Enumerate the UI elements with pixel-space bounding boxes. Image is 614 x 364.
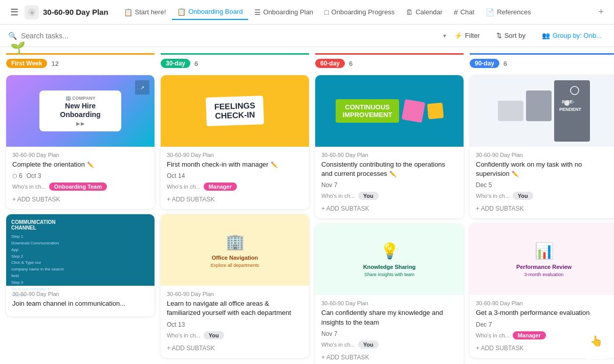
app-logo: ⚙ — [25, 5, 39, 19]
card-body: 30-60-90 Day Plan Learn to navigate all … — [161, 286, 309, 357]
card-image-learn: 🏢 Office Navigation Explore all departme… — [161, 214, 309, 286]
card-body: 30-60-90 Day Plan Consistently contribut… — [315, 147, 464, 218]
add-subtask-button[interactable]: + ADD SUBTASK — [167, 195, 303, 204]
card-body: 30-60-90 Day Plan Can confidently share … — [315, 295, 464, 364]
card-project: 30-60-90 Day Plan — [12, 152, 148, 158]
task-card-card-2[interactable]: COMMUNICATIONCHANNEL Step 1Download Comm… — [6, 214, 155, 316]
svg-text:⚙: ⚙ — [30, 11, 34, 15]
column-90-day: 90-day 6 INDE- PENDENT 30-60-90 Day Plan… — [470, 53, 614, 364]
tab-icon-calendar: 🗓 — [406, 8, 413, 16]
edit-icon[interactable]: ✏️ — [87, 162, 94, 168]
nav-tab-progress[interactable]: □Onboarding Progress — [319, 5, 400, 19]
nav-tab-calendar[interactable]: 🗓Calendar — [401, 5, 448, 19]
add-subtask-button[interactable]: + ADD SUBTASK — [321, 204, 457, 213]
add-subtask-button[interactable]: + ADD SUBTASK — [12, 195, 148, 204]
col-badge-30-day: 30-day — [161, 59, 190, 68]
assignee-badge: Manager — [204, 183, 237, 191]
nav-tab-references[interactable]: 📄References — [480, 5, 536, 19]
nav-tab-start[interactable]: 📋Start here! — [119, 5, 171, 19]
card-assignees: Who's in ch... You — [321, 340, 457, 349]
col-header-30-day: 30-day 6 — [161, 53, 309, 70]
assignees-label: Who's in ch... — [321, 193, 355, 199]
task-card-card-6[interactable]: 💡 Knowledge Sharing Share insights with … — [315, 223, 464, 364]
card-project: 30-60-90 Day Plan — [321, 300, 457, 306]
card-title: Consistently contributing to the operati… — [321, 160, 457, 178]
search-bar: 🔍 ▾ ⚡ Filter ⇅ Sort by 👥 Group by: Onb..… — [0, 25, 614, 47]
subtask-icon: ⬡ — [12, 173, 17, 179]
card-title: Join team channel in communication... — [12, 299, 148, 308]
subtask-count: ⬡ 6 — [12, 172, 23, 179]
card-title: Complete the orientation✏️ — [12, 160, 148, 169]
tab-label-calendar: Calendar — [415, 8, 443, 16]
assignees-label: Who's in ch... — [476, 193, 510, 199]
card-project: 30-60-90 Day Plan — [12, 291, 148, 297]
card-title: Learn to navigate all office areas & fam… — [167, 299, 303, 317]
search-icon: 🔍 — [8, 32, 17, 40]
nav-tab-chat[interactable]: #Chat — [449, 5, 479, 19]
col-badge-60-day: 60-day — [315, 59, 345, 68]
tab-icon-plan: ☰ — [254, 8, 261, 16]
card-image-continuous: CONTINUOUSIMPROVEMENT — [315, 75, 464, 147]
sort-button[interactable]: ⇅ Sort by — [492, 30, 530, 41]
card-date: Dec 7 — [476, 321, 492, 328]
search-chevron-icon[interactable]: ▾ — [443, 32, 446, 39]
col-header-60-day: 60-day 6 — [315, 53, 464, 70]
assignees-label: Who's in ch... — [476, 332, 510, 338]
edit-icon[interactable]: ✏️ — [512, 171, 519, 177]
card-meta: Nov 7 — [321, 181, 457, 189]
task-card-card-1[interactable]: 🏢 COMPANY New HireOnboarding ▶ ▶ ↗ 30-60… — [6, 75, 155, 209]
tab-label-chat: Chat — [461, 8, 474, 16]
add-tab-button[interactable]: + — [594, 5, 608, 19]
card-image-feelings: FEELINGSCHECK-IN 🌱 — [161, 75, 309, 147]
tab-label-start: Start here! — [135, 8, 166, 16]
top-nav: ☰ ⚙ 30-60-90 Day Plan 📋Start here!📋Onboa… — [0, 0, 614, 25]
card-title: Confidently work on my task with no supe… — [476, 160, 612, 178]
filter-icon: ⚡ — [454, 32, 463, 39]
card-project: 30-60-90 Day Plan — [476, 300, 612, 306]
card-date: Oct 13 — [167, 321, 185, 328]
card-assignees: Who's in ch... Manager — [167, 183, 303, 191]
assignee-badge: Onboarding Team — [49, 183, 107, 191]
assignees-label: Who's in ch... — [167, 184, 201, 190]
add-subtask-button[interactable]: + ADD SUBTASK — [476, 204, 612, 213]
card-meta: ⬡ 6 Oct 3 — [12, 172, 148, 179]
svg-point-8 — [564, 101, 569, 106]
card-date: Nov 7 — [321, 330, 337, 337]
subtask-num: 6 — [19, 172, 23, 179]
edit-icon[interactable]: ✏️ — [271, 162, 278, 168]
svg-rect-2 — [498, 101, 523, 121]
card-date: Nov 7 — [321, 181, 337, 189]
group-button[interactable]: 👥 Group by: Onb... — [538, 30, 606, 41]
tab-icon-board: 📋 — [177, 8, 186, 16]
tab-icon-references: 📄 — [486, 8, 494, 16]
search-input[interactable] — [21, 32, 437, 40]
tab-label-plan: Onboarding Plan — [264, 8, 314, 16]
task-card-card-4[interactable]: 🏢 Office Navigation Explore all departme… — [161, 214, 309, 357]
nav-tab-board[interactable]: 📋Onboarding Board — [172, 5, 248, 20]
card-body: 30-60-90 Day Plan Complete the orientati… — [6, 147, 155, 209]
board-area: First Week 12 🏢 COMPANY New HireOnboardi… — [0, 47, 614, 364]
add-subtask-button[interactable]: + ADD SUBTASK — [167, 344, 303, 353]
task-card-card-5[interactable]: CONTINUOUSIMPROVEMENT 30-60-90 Day Plan … — [315, 75, 464, 218]
filter-button[interactable]: ⚡ Filter — [450, 30, 484, 41]
col-header-first-week: First Week 12 — [6, 53, 155, 70]
card-date: Oct 14 — [167, 172, 185, 179]
edit-icon[interactable]: ✏️ — [389, 171, 397, 177]
card-title: First month check-in with manager✏️ — [167, 160, 303, 169]
hamburger-icon[interactable]: ☰ — [6, 5, 23, 20]
nav-tab-plan[interactable]: ☰Onboarding Plan — [249, 5, 319, 19]
task-card-card-3[interactable]: FEELINGSCHECK-IN 🌱 30-60-90 Day Plan Fir… — [161, 75, 309, 209]
svg-rect-3 — [526, 90, 552, 121]
tab-label-references: References — [497, 8, 531, 16]
column-60-day: 60-day 6 CONTINUOUSIMPROVEMENT 30-60-90 … — [315, 53, 464, 364]
tab-icon-chat: # — [454, 8, 458, 16]
task-card-card-7[interactable]: INDE- PENDENT 30-60-90 Day Plan Confiden… — [470, 75, 614, 218]
card-date: Dec 5 — [476, 181, 492, 189]
card-meta: Oct 14 — [167, 172, 303, 179]
add-subtask-button[interactable]: + ADD SUBTASK — [321, 353, 457, 362]
app-title: 30-60-90 Day Plan — [43, 8, 108, 16]
card-body: 30-60-90 Day Plan Confidently work on my… — [470, 147, 614, 218]
column-30-day: 30-day 6 FEELINGSCHECK-IN 🌱 30-60-90 Day… — [161, 53, 309, 364]
card-image-onboarding: 🏢 COMPANY New HireOnboarding ▶ ▶ ↗ — [6, 75, 155, 147]
card-title: Get a 3-month performance evaluation — [476, 308, 612, 317]
